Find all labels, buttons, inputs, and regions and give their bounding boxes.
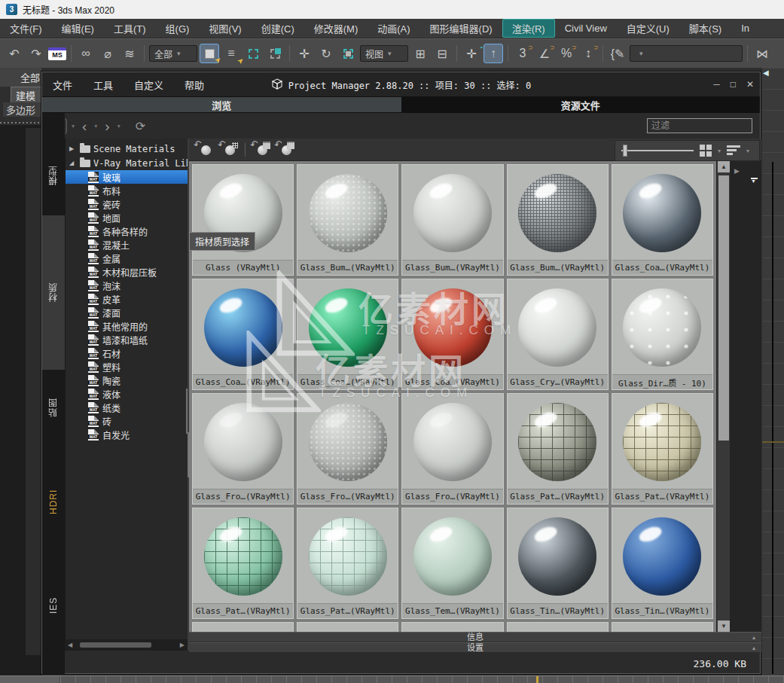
max-menu-修改器(M)[interactable]: 修改器(M) (304, 19, 368, 38)
pm-titlebar[interactable]: 文件工具自定义帮助 Project Manager 2.88.20 :: 项目:… (42, 72, 760, 96)
material-thumbnail[interactable]: Glass_Coa…(VRayMtl) (401, 279, 503, 390)
settings-rollup[interactable]: 设置 ▴ (189, 642, 761, 652)
tree-item-瓷砖[interactable]: 瓷砖 (66, 197, 188, 211)
tree-item-各种各样的[interactable]: 各种各样的 (66, 224, 188, 238)
scroll-right-icon[interactable]: ▶ (180, 642, 185, 648)
pm-menu-自定义[interactable]: 自定义 (124, 78, 174, 92)
material-thumbnail[interactable]: Glass_Tin…(VRayMtl) (612, 508, 713, 619)
ribbon-tab-modeling[interactable]: 建模 (11, 87, 41, 102)
get-material-icon[interactable]: ↷ (219, 141, 239, 159)
category-tab-HDRI[interactable]: HDRI (42, 445, 65, 558)
select-rotate-icon[interactable]: ↻ (316, 44, 336, 63)
back-button[interactable]: ‹ (79, 119, 90, 133)
pm-menu-帮助[interactable]: 帮助 (174, 78, 215, 92)
use-selection-center-icon[interactable]: ⊟ (432, 44, 452, 63)
tree-hscrollbar[interactable]: ◀ ▶ (65, 639, 188, 651)
max-menu-渲染(R)[interactable]: 渲染(R) (502, 19, 555, 38)
grid-view-caret[interactable]: ▾ (718, 148, 721, 154)
time-slider-cursor[interactable] (536, 676, 538, 683)
refresh-button[interactable]: ⟳ (131, 119, 150, 133)
max-menu-组(G)[interactable]: 组(G) (156, 19, 200, 38)
tree-root-Scene Materials[interactable]: ▶Scene Materials (66, 142, 188, 156)
scroll-down-icon[interactable]: ▼ (718, 620, 730, 632)
collapsed-arrow-icon[interactable]: ▶ (69, 145, 77, 152)
tab-asset-files[interactable]: 资源文件 (401, 97, 761, 112)
dropdown-caret-icon[interactable]: ▾ (177, 50, 181, 57)
info-rollup[interactable]: 信息 ▴ (189, 632, 761, 642)
category-tab-IES[interactable]: IES (42, 558, 65, 652)
unlink-icon[interactable]: ⌀ (98, 44, 117, 63)
material-thumbnail[interactable]: Glass_Pat…(VRayMtl) (612, 393, 713, 505)
material-thumbnail[interactable]: Glass_Pat…(VRayMtl) (297, 508, 398, 619)
pm-menu-工具[interactable]: 工具 (83, 78, 124, 92)
named-selection-dropdown[interactable]: ▾ (630, 45, 743, 62)
dropdown-caret-icon[interactable]: ▾ (388, 50, 392, 57)
tree-item-砖[interactable]: 砖 (66, 414, 188, 428)
forward-button[interactable]: › (102, 119, 112, 133)
select-manipulate-icon[interactable]: ✛• (462, 44, 481, 63)
thumbnail-size-slider-thumb[interactable] (623, 145, 627, 157)
material-thumbnail[interactable]: Glass_Dir…质 - 10) (612, 279, 713, 390)
rect-selection-region-icon[interactable] (243, 44, 263, 63)
assign-material-to-selection-icon[interactable]: ↷ (195, 141, 215, 159)
select-object-button[interactable]: ➤ (200, 44, 219, 63)
snap-toggle-3d-icon[interactable]: 3∩ (513, 44, 532, 63)
mirror-icon[interactable]: ⋈ (752, 44, 772, 63)
tree-item-玻璃[interactable]: 玻璃 (66, 170, 188, 184)
material-thumbnail[interactable]: Glass_Pat…(VRayMtl) (507, 393, 609, 505)
dropdown-caret-icon[interactable]: ▾ (639, 50, 643, 57)
material-thumbnail[interactable]: Glass_Cry…(VRayMtl) (507, 279, 609, 390)
category-tab-模型[interactable]: 模型 (42, 136, 65, 215)
window-crossing-icon[interactable] (265, 44, 285, 63)
material-thumbnail-partial[interactable] (612, 622, 713, 632)
tree-item-塑料[interactable]: 塑料 (66, 360, 188, 374)
coord-system-dropdown[interactable]: 视图▾ (360, 45, 408, 62)
named-selection-sets-icon[interactable]: {✎ (608, 44, 627, 63)
tree-item-漆面[interactable]: 漆面 (66, 306, 188, 319)
material-thumbnail[interactable]: Glass_Bum…(VRayMtl) (401, 164, 503, 276)
use-pivot-center-icon[interactable]: ⊞ (410, 44, 430, 63)
timeline-track[interactable] (0, 675, 784, 683)
window-titlebar[interactable]: 3 无标题 - 3ds Max 2020 (0, 0, 784, 19)
max-menu-In[interactable]: In (731, 20, 759, 36)
material-thumbnail[interactable]: Glass_Tin…(VRayMtl) (507, 508, 609, 619)
material-thumbnail-partial[interactable] (507, 622, 609, 632)
tree-item-墙漆和墙纸[interactable]: 墙漆和墙纸 (66, 333, 188, 346)
tree-item-金属[interactable]: 金属 (66, 252, 188, 265)
pm-close-button[interactable]: ✕ (746, 79, 754, 90)
save-all-materials-icon[interactable]: ↷ (276, 141, 295, 159)
grid-view-icon[interactable] (700, 145, 712, 157)
pm-menu-文件[interactable]: 文件 (42, 78, 83, 92)
undo-icon[interactable]: ↶ (5, 44, 24, 63)
material-thumbnail[interactable]: Glass_Tem…(VRayMtl) (401, 508, 503, 619)
scroll-up-icon[interactable]: ▲ (718, 161, 730, 172)
scroll-left-icon[interactable]: ◀ (68, 642, 72, 648)
max-menu-创建(C)[interactable]: 创建(C) (252, 19, 304, 38)
tree-item-地面[interactable]: 地面 (66, 211, 188, 224)
max-menu-动画(A)[interactable]: 动画(A) (368, 19, 419, 38)
redo-icon[interactable]: ↷ (26, 44, 46, 63)
tree-item-泡沫[interactable]: 泡沫 (66, 279, 188, 292)
max-menu-文件(F)[interactable]: 文件(F) (0, 19, 52, 38)
material-thumbnail-partial[interactable] (401, 622, 503, 632)
max-menu-编辑(E)[interactable]: 编辑(E) (52, 19, 104, 38)
select-by-name-icon[interactable]: ≡➤ (221, 44, 241, 63)
pm-minimize-button[interactable]: ─ (713, 79, 720, 90)
material-thumbnail-partial[interactable] (192, 622, 294, 632)
ribbon-tab-polygon[interactable]: 多边形 (3, 102, 41, 117)
forward-dropdown-caret[interactable]: ▾ (117, 123, 120, 130)
material-thumbnail[interactable]: Glass (VRayMtl) (192, 164, 294, 276)
keyboard-override-button[interactable]: ↑ (484, 44, 503, 63)
material-thumbnail[interactable]: Glass_Bum…(VRayMtl) (297, 164, 398, 276)
tree-hscroll-thumb[interactable] (80, 642, 151, 648)
sort-icon[interactable] (727, 145, 740, 156)
expand-panel-icon[interactable]: ▶ (734, 167, 740, 175)
material-thumbnail[interactable]: Glass_Coa…(VRayMtl) (297, 279, 398, 390)
selection-filter-dropdown[interactable]: 全部▾ (149, 45, 197, 62)
material-thumbnail[interactable]: Glass_Fro…(VRayMtl) (297, 393, 398, 505)
angle-snap-icon[interactable]: ∠∩ (535, 44, 554, 63)
spinner-snap-icon[interactable]: ↕∩ (578, 44, 598, 63)
tree-item-皮革[interactable]: 皮革 (66, 292, 188, 306)
tree-item-混凝土[interactable]: 混凝土 (66, 238, 188, 252)
select-scale-icon[interactable] (338, 44, 358, 63)
